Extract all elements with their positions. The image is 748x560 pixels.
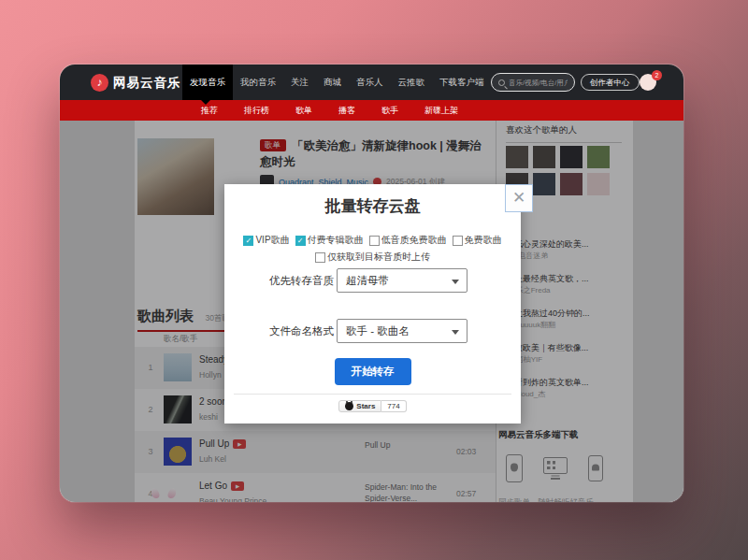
nav-item-follow[interactable]: 关注: [283, 65, 316, 100]
checkbox-label: 仅获取到目标音质时上传: [327, 251, 430, 264]
nav-item-musician[interactable]: 音乐人: [349, 65, 391, 100]
subnav-item-podcast[interactable]: 播客: [338, 105, 355, 117]
subnav-item-new-album[interactable]: 新碟上架: [424, 105, 458, 117]
nav-item-discover[interactable]: 发现音乐: [182, 65, 233, 100]
checkbox-icon[interactable]: [243, 236, 253, 246]
quality-select[interactable]: 超清母带: [337, 268, 468, 293]
search-box[interactable]: [491, 73, 575, 92]
checkbox-label: VIP歌曲: [255, 234, 289, 247]
creator-center-button[interactable]: 创作者中心: [581, 74, 640, 91]
checkbox-icon[interactable]: [315, 252, 325, 263]
checkbox-icon[interactable]: [369, 236, 380, 246]
subnav-item-artist[interactable]: 歌手: [381, 105, 398, 117]
netease-logo-icon[interactable]: [91, 74, 108, 92]
checkbox-label: 付费专辑歌曲: [308, 234, 364, 247]
nav-item-store[interactable]: 商城: [316, 65, 349, 100]
github-star-label: Stars: [356, 402, 375, 410]
nav-item-download-client[interactable]: 下载客户端: [432, 65, 492, 100]
nav-item-my-music[interactable]: 我的音乐: [233, 65, 283, 100]
checkbox-only-target-quality[interactable]: 仅获取到目标音质时上传: [315, 251, 430, 264]
checkbox-label: 免费歌曲: [465, 234, 502, 247]
subnav-item-playlist[interactable]: 歌单: [295, 105, 312, 117]
quality-label: 优先转存音质: [269, 268, 334, 293]
active-tab-notch-icon: [201, 100, 210, 105]
checkbox-low-quality-free-songs[interactable]: 低音质免费歌曲: [369, 234, 447, 247]
top-navbar: 网易云音乐 发现音乐 我的音乐 关注 商城 音乐人 云推歌 下载客户端 创作者中…: [60, 65, 683, 100]
subnav-item-ranking[interactable]: 排行榜: [244, 105, 269, 117]
start-transfer-button[interactable]: 开始转存: [335, 358, 411, 385]
checkbox-vip-songs[interactable]: VIP歌曲: [243, 234, 289, 247]
batch-save-modal: ✕ 批量转存云盘 VIP歌曲 付费专辑歌曲 低音质免费歌曲 免费歌曲 仅获取到目…: [224, 184, 521, 424]
naming-label: 文件命名格式: [269, 319, 334, 343]
subnav-item-recommend[interactable]: 推荐: [201, 105, 218, 117]
checkbox-paid-album-songs[interactable]: 付费专辑歌曲: [295, 234, 364, 247]
github-star-button[interactable]: Stars: [338, 400, 381, 412]
github-octocat-icon: [345, 402, 353, 410]
quality-row: 优先转存音质 超清母带: [224, 268, 521, 293]
browser-window: 网易云音乐 发现音乐 我的音乐 关注 商城 音乐人 云推歌 下载客户端 创作者中…: [60, 65, 683, 502]
user-avatar[interactable]: 2: [640, 74, 656, 91]
checkbox-label: 低音质免费歌曲: [381, 234, 447, 247]
modal-title: 批量转存云盘: [224, 195, 521, 217]
github-star-count[interactable]: 774: [381, 400, 406, 412]
sub-navbar: 推荐 排行榜 歌单 播客 歌手 新碟上架: [60, 100, 683, 121]
naming-row: 文件命名格式 歌手 - 歌曲名: [224, 319, 521, 343]
checkbox-free-songs[interactable]: 免费歌曲: [453, 234, 502, 247]
modal-footer-divider: [234, 394, 511, 395]
nav-item-cloud-push[interactable]: 云推歌: [391, 65, 433, 100]
checkbox-icon[interactable]: [453, 236, 463, 246]
search-icon: [498, 79, 505, 86]
naming-select[interactable]: 歌手 - 歌曲名: [337, 319, 468, 343]
main-nav: 发现音乐 我的音乐 关注 商城 音乐人 云推歌 下载客户端: [182, 65, 492, 100]
checkbox-group: VIP歌曲 付费专辑歌曲 低音质免费歌曲 免费歌曲 仅获取到目标音质时上传: [232, 234, 513, 264]
checkbox-icon[interactable]: [295, 236, 306, 246]
brand-title: 网易云音乐: [113, 75, 181, 92]
github-star-widget: Stars 774: [224, 400, 521, 412]
notification-badge: 2: [652, 70, 662, 80]
search-input[interactable]: [509, 79, 568, 87]
